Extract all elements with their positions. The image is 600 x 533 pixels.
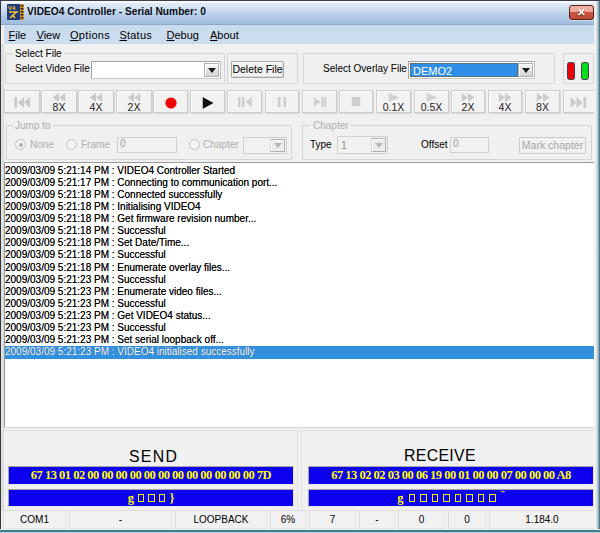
- svg-text:V4: V4: [8, 5, 16, 11]
